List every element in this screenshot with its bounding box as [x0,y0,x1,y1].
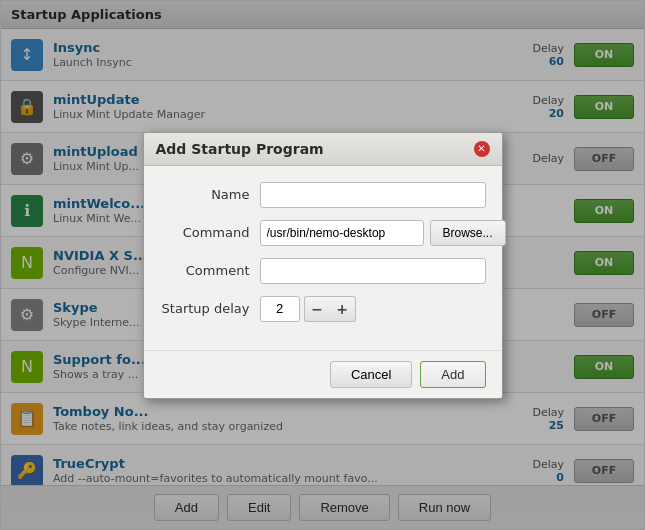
name-input[interactable] [260,182,486,208]
comment-input[interactable] [260,258,486,284]
name-row: Name [160,182,486,208]
comment-label: Comment [160,263,250,278]
dialog-footer: Cancel Add [144,350,502,398]
modal-overlay: Add Startup Program ✕ Name Command Brows… [1,1,644,529]
command-field-group: Browse... [260,220,506,246]
close-button[interactable]: ✕ [474,141,490,157]
dialog-body: Name Command Browse... Comment Startup d… [144,166,502,350]
command-label: Command [160,225,250,240]
increment-button[interactable]: + [330,296,356,322]
delay-label: Startup delay [160,301,250,316]
dialog-add-button[interactable]: Add [420,361,485,388]
dialog-title-bar: Add Startup Program ✕ [144,133,502,166]
browse-button[interactable]: Browse... [430,220,506,246]
delay-controls: − + [260,296,356,322]
add-startup-dialog: Add Startup Program ✕ Name Command Brows… [143,132,503,399]
delay-input[interactable] [260,296,300,322]
command-input[interactable] [260,220,424,246]
comment-row: Comment [160,258,486,284]
name-label: Name [160,187,250,202]
dialog-title: Add Startup Program [156,141,324,157]
decrement-button[interactable]: − [304,296,330,322]
command-row: Command Browse... [160,220,486,246]
delay-row: Startup delay − + [160,296,486,322]
main-window: Startup Applications ↕ Insync Launch Ins… [0,0,645,530]
cancel-button[interactable]: Cancel [330,361,412,388]
